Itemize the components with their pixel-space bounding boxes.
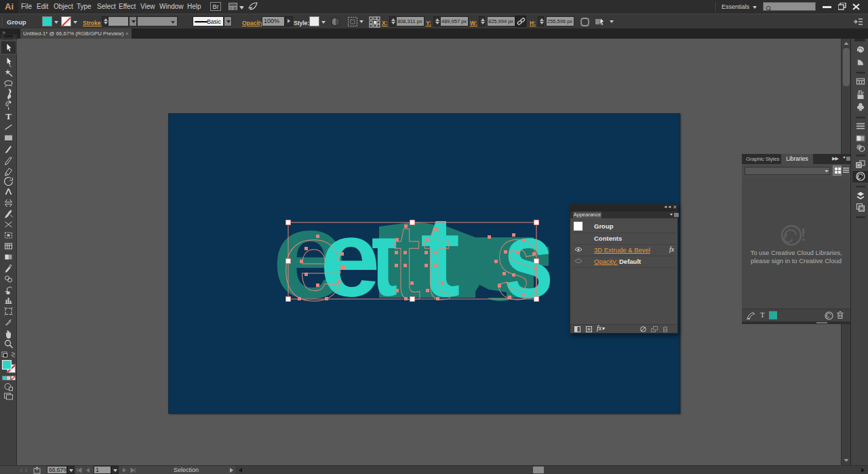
svg-text:t: t bbox=[393, 201, 420, 322]
svg-text:s: s bbox=[495, 199, 540, 321]
svg-text:e: e bbox=[281, 198, 344, 323]
svg-text:t: t bbox=[423, 201, 450, 322]
svg-text:T: T bbox=[5, 111, 12, 121]
